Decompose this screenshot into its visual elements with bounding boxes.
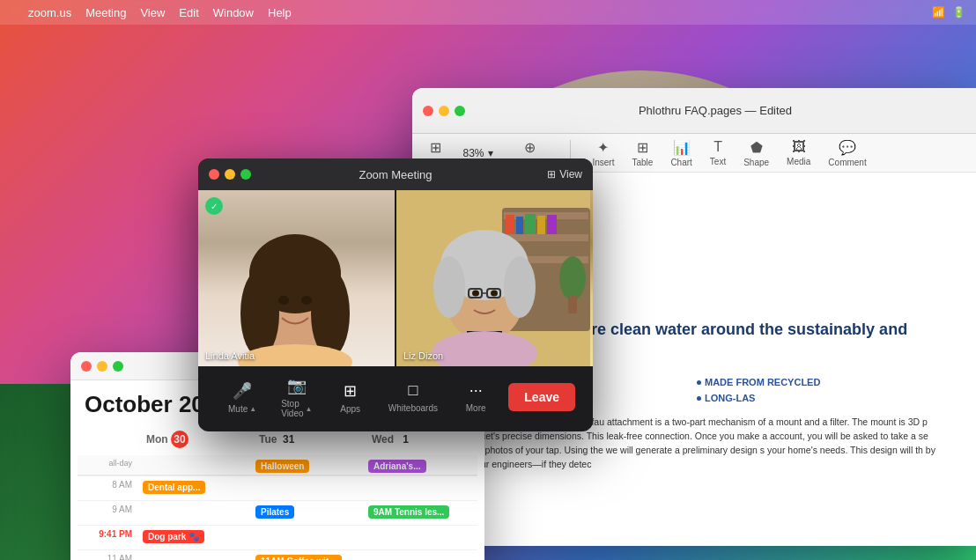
time-9am: 9 AM: [78, 501, 139, 514]
zoom-window: Zoom Meeting ⊞ View ✓: [198, 158, 593, 431]
cal-minimize-button[interactable]: [97, 361, 107, 372]
toolbar-table[interactable]: ⊞ Table: [632, 139, 653, 167]
zoom-window-controls: [209, 169, 251, 180]
menu-view[interactable]: View: [140, 6, 165, 19]
tennis-event[interactable]: 9AM Tennis les...: [368, 505, 449, 519]
cell-11am-tue: 11AM Coffee wit...: [252, 550, 365, 560]
video-tile-linda: ✓ Linda Avitia: [198, 190, 396, 366]
svg-point-6: [301, 296, 312, 305]
mute-icon: 🎤: [233, 381, 252, 401]
cell-941-wed: [365, 526, 477, 529]
cal-close-button[interactable]: [81, 361, 92, 372]
cell-941-tue: [252, 526, 365, 529]
battery-icon: 🔋: [952, 6, 965, 18]
more-label: More: [466, 403, 486, 413]
liz-name-label: Liz Dizon: [403, 350, 443, 361]
linda-face-svg: [198, 190, 395, 366]
allday-mon: [139, 455, 252, 475]
svg-rect-30: [568, 296, 577, 313]
zoom-titlebar: Zoom Meeting ⊞ View: [198, 158, 593, 190]
liz-face-svg: [396, 190, 593, 366]
pilates-event[interactable]: Pilates: [255, 505, 294, 519]
svg-rect-16: [537, 216, 545, 234]
menu-window[interactable]: Window: [213, 6, 254, 19]
bullet-dot-4: [697, 396, 701, 401]
comment-label: Comment: [828, 158, 866, 167]
mute-control[interactable]: 🎤 Mute ▲: [216, 381, 269, 414]
zoom-chevron-icon: ▾: [488, 147, 493, 159]
toolbar-text[interactable]: T Text: [710, 139, 726, 166]
toolbar-media[interactable]: 🖼 Media: [787, 139, 810, 166]
cell-9am-tue: Pilates: [252, 501, 365, 520]
toolbar-shape[interactable]: ⬟ Shape: [743, 139, 769, 167]
menu-app[interactable]: zoom.us: [28, 6, 71, 19]
pages-close-button[interactable]: [423, 106, 433, 116]
leave-button[interactable]: Leave: [508, 383, 575, 411]
media-icon: 🖼: [792, 139, 806, 155]
svg-point-20: [433, 256, 465, 318]
apps-label: Apps: [340, 404, 360, 414]
cal-today-badge: 30: [171, 431, 189, 448]
apps-control[interactable]: ⊞ Apps: [324, 381, 375, 414]
video-tile-liz: Liz Dizon: [396, 190, 593, 366]
zoom-title: Zoom Meeting: [359, 168, 432, 181]
svg-rect-13: [506, 215, 514, 234]
pages-title: Phlothru FAQ.pages — Edited: [465, 104, 965, 117]
chart-icon: 📊: [673, 139, 691, 156]
cell-9am-mon: [139, 501, 252, 505]
svg-rect-14: [516, 217, 523, 234]
zoom-close-button[interactable]: [209, 169, 219, 180]
pages-minimize-button[interactable]: [439, 106, 449, 116]
whiteboards-icon: □: [408, 381, 418, 400]
bullet-dot-3: [697, 380, 701, 385]
allday-wed: Adriana's...: [365, 455, 477, 475]
apps-icon: ⊞: [344, 381, 357, 401]
coffee-event[interactable]: 11AM Coffee wit...: [255, 555, 342, 560]
menu-help[interactable]: Help: [268, 6, 292, 19]
wifi-icon: 📶: [932, 6, 945, 18]
zoom-maximize-button[interactable]: [240, 169, 251, 180]
pages-maximize-button[interactable]: [455, 106, 465, 116]
text-label: Text: [710, 157, 726, 166]
media-label: Media: [787, 157, 810, 166]
bullet-4: LONG-LAS: [697, 393, 941, 403]
whiteboards-control[interactable]: □ Whiteboards: [376, 381, 450, 413]
menu-edit[interactable]: Edit: [179, 6, 198, 19]
cell-8am-mon: Dental app...: [139, 476, 252, 496]
cal-row-8am: 8 AM Dental app...: [78, 475, 477, 500]
cal-maximize-button[interactable]: [113, 361, 123, 372]
svg-point-5: [278, 296, 289, 305]
add-page-icon: ⊕: [524, 139, 536, 156]
cell-8am-tue: [252, 476, 365, 480]
cal-window-controls: [81, 361, 123, 372]
liz-video-bg: Liz Dizon: [396, 190, 593, 366]
view-icon: ⊞: [430, 139, 441, 156]
pages-titlebar: Phlothru FAQ.pages — Edited: [412, 88, 976, 134]
dental-event[interactable]: Dental app...: [143, 481, 205, 494]
cell-11am-wed: [365, 550, 477, 554]
adrianas-event[interactable]: Adriana's...: [368, 460, 426, 473]
calendar-grid: Mon 30 Tue 31 Wed 1 all-day Halloween Ad…: [70, 424, 484, 560]
toolbar-insert[interactable]: ✦ Insert: [592, 139, 614, 167]
halloween-event[interactable]: Halloween: [255, 460, 309, 473]
video-chevron-icon: ▲: [306, 405, 313, 413]
cal-row-dogpark: 9:41 PM Dog park 🐾: [78, 525, 477, 549]
table-icon: ⊞: [637, 139, 648, 156]
more-icon: ···: [470, 381, 483, 400]
more-control[interactable]: ··· More: [450, 381, 501, 413]
svg-point-4: [311, 269, 350, 357]
svg-point-29: [559, 256, 586, 300]
cell-11am-mon: [139, 550, 252, 554]
zoom-control[interactable]: 83% ▾: [463, 147, 493, 159]
stop-video-control[interactable]: 📷 Stop Video ▲: [269, 376, 324, 418]
time-11am: 11 AM: [78, 550, 139, 560]
menu-meeting[interactable]: Meeting: [85, 6, 126, 19]
svg-point-25: [472, 291, 479, 297]
zoom-view-button[interactable]: ⊞ View: [547, 168, 582, 181]
toolbar-chart[interactable]: 📊 Chart: [670, 139, 691, 167]
dogpark-event[interactable]: Dog park 🐾: [143, 530, 204, 543]
allday-tue: Halloween: [252, 455, 365, 475]
toolbar-comment[interactable]: 💬 Comment: [828, 139, 866, 167]
zoom-view-label: View: [559, 168, 582, 181]
zoom-minimize-button[interactable]: [225, 169, 235, 180]
